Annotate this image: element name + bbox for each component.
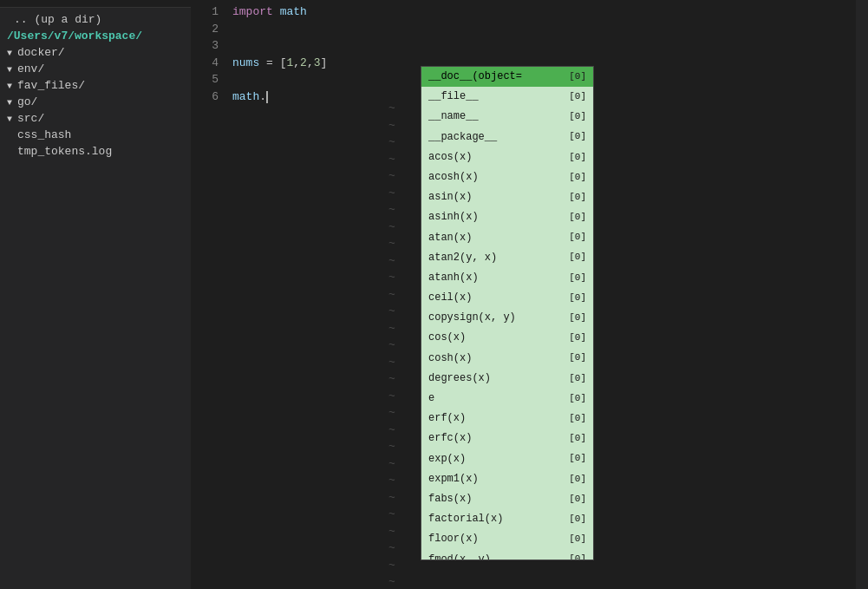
ac-item-name: cos(x) [428,330,562,346]
autocomplete-item[interactable]: erfc(x)[0] [421,429,593,448]
autocomplete-item[interactable]: __file__[0] [421,87,593,107]
autocomplete-item[interactable]: atanh(x)[0] [421,268,593,288]
autocomplete-item[interactable]: cos(x)[0] [421,328,593,348]
line-number: 3 [191,37,219,55]
autocomplete-item[interactable]: copysign(x, y)[0] [421,308,593,328]
ac-item-name: floor(x) [428,531,562,547]
sidebar: .. (up a dir)/Users/v7/workspace/docker/… [0,0,191,589]
autocomplete-item[interactable]: exp(x)[0] [421,449,593,469]
code-line [232,37,856,55]
ac-item-name: erfc(x) [428,430,562,447]
ac-item-name: __package__ [428,129,562,146]
ac-item-name: factorial(x) [428,511,562,527]
ac-item-badge: [0] [569,532,586,547]
ac-item-badge: [0] [569,129,586,145]
file-tree: .. (up a dir)/Users/v7/workspace/docker/… [0,8,191,589]
code-line: import math [232,3,856,21]
autocomplete-item[interactable]: atan(x)[0] [421,228,593,248]
ac-item-name: expm1(x) [428,471,562,488]
autocomplete-item[interactable]: __name__[0] [421,107,593,127]
ac-item-badge: [0] [569,311,586,326]
ac-item-badge: [0] [569,371,586,387]
ac-item-badge: [0] [569,330,586,346]
ac-item-badge: [0] [569,190,586,206]
ac-item-badge: [0] [569,291,586,306]
autocomplete-item[interactable]: degrees(x)[0] [421,369,593,389]
ac-item-badge: [0] [569,472,586,488]
ac-item-name: atanh(x) [428,270,562,286]
ac-item-name: exp(x) [428,451,562,468]
ac-item-name: asin(x) [428,189,562,206]
scrollbar[interactable] [856,0,868,589]
cursor [266,91,268,103]
editor-area: 123456 import mathnums = [1,2,3]math. __… [191,0,868,589]
autocomplete-item[interactable]: expm1(x)[0] [421,469,593,489]
autocomplete-item[interactable]: acosh(x)[0] [421,167,593,187]
ac-item-name: fabs(x) [428,491,562,507]
autocomplete-item[interactable]: floor(x)[0] [421,529,593,549]
ac-item-badge: [0] [569,210,586,226]
autocomplete-item[interactable]: ceil(x)[0] [421,288,593,308]
tree-item[interactable]: fav_files/ [0,77,191,94]
help-bar [0,0,191,8]
ac-item-name: degrees(x) [428,370,562,387]
autocomplete-item[interactable]: __package__[0] [421,128,593,147]
ac-item-badge: [0] [569,350,586,366]
code-line [232,21,856,38]
tree-item[interactable]: go/ [0,94,191,110]
ac-item-badge: [0] [569,512,586,527]
ac-item-badge: [0] [569,109,586,125]
ac-item-badge: [0] [569,391,586,407]
ac-item-badge: [0] [569,492,586,507]
line-number: 6 [191,88,219,106]
ac-item-badge: [0] [569,230,586,245]
ac-item-name: __file__ [428,88,562,105]
ac-item-badge: [0] [569,431,586,447]
ac-item-name: atan2(y, x) [428,250,562,266]
ac-item-badge: [0] [569,89,586,105]
ac-item-name: __name__ [428,108,562,125]
ac-item-badge: [0] [569,271,586,286]
autocomplete-item[interactable]: erf(x)[0] [421,409,593,429]
ac-item-name: acosh(x) [428,169,562,186]
ac-item-badge: [0] [569,150,586,166]
tree-item[interactable]: .. (up a dir) [0,11,191,28]
tree-item[interactable]: env/ [0,61,191,77]
ac-item-name: erf(x) [428,410,562,427]
autocomplete-item[interactable]: fmod(x, y)[0] [421,550,593,561]
autocomplete-item[interactable]: cosh(x)[0] [421,349,593,369]
line-number: 5 [191,71,219,88]
ac-item-name: acos(x) [428,149,562,166]
ac-item-name: e [428,390,562,407]
line-number: 4 [191,55,219,72]
autocomplete-item[interactable]: atan2(y, x)[0] [421,248,593,268]
tree-item[interactable]: css_hash [0,127,191,143]
autocomplete-item[interactable]: factorial(x)[0] [421,509,593,529]
tree-item[interactable]: docker/ [0,44,191,61]
ac-item-name: asinh(x) [428,209,562,226]
ac-item-name: copysign(x, y) [428,310,562,326]
ac-item-badge: [0] [569,250,586,265]
autocomplete-item[interactable]: __doc__(object=[0] [421,67,593,87]
autocomplete-item[interactable]: acos(x)[0] [421,147,593,167]
line-number: 2 [191,21,219,38]
ac-item-badge: [0] [569,552,586,560]
tree-item[interactable]: tmp_tokens.log [0,143,191,160]
ac-item-name: fmod(x, y) [428,552,562,561]
ac-item-name: __doc__(object= [428,69,562,85]
tree-item[interactable]: src/ [0,110,191,127]
ac-item-name: ceil(x) [428,290,562,306]
tree-item[interactable]: /Users/v7/workspace/ [0,28,191,44]
ac-item-badge: [0] [569,69,586,85]
ac-item-badge: [0] [569,411,586,427]
ac-item-badge: [0] [569,451,586,467]
autocomplete-item[interactable]: fabs(x)[0] [421,489,593,509]
autocomplete-item[interactable]: asinh(x)[0] [421,207,593,227]
autocomplete-item[interactable]: asin(x)[0] [421,187,593,207]
ac-item-name: atan(x) [428,230,562,246]
ac-item-name: cosh(x) [428,350,562,367]
autocomplete-item[interactable]: e[0] [421,389,593,409]
line-numbers: 123456 [191,0,225,589]
autocomplete-dropdown[interactable]: __doc__(object=[0]__file__[0]__name__[0]… [421,66,594,560]
ac-item-badge: [0] [569,170,586,186]
